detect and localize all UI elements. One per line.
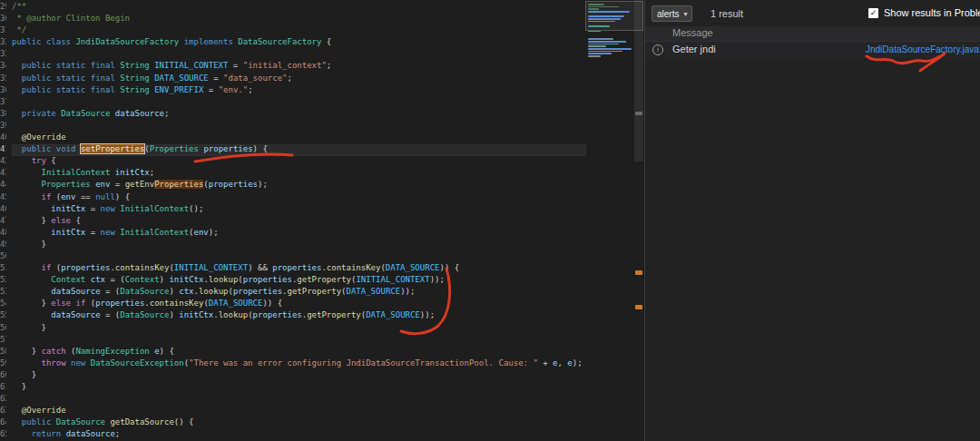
code-line[interactable]: dataSource = (DataSource) ctx.lookup(pro… [12, 287, 586, 299]
code-line[interactable]: Properties env = getEnvProperties(proper… [12, 180, 586, 191]
code-content[interactable]: /** * @author Clinton Begin */public cla… [12, 2, 586, 441]
line-number[interactable]: 47 [0, 216, 6, 228]
code-line[interactable]: /** [12, 2, 586, 14]
code-line[interactable] [12, 335, 586, 347]
code-line[interactable]: initCtx = new InitialContext(); [12, 204, 586, 216]
line-number[interactable]: 30 [0, 14, 6, 25]
code-line[interactable]: } [12, 382, 586, 394]
code-line[interactable]: Context ctx = (Context) initCtx.lookup(p… [12, 275, 586, 287]
results-toolbar: alerts ▾ 1 result ✓ Show results in Prob… [645, 0, 980, 26]
line-number[interactable]: 44 [0, 180, 6, 191]
info-icon: i [652, 44, 663, 55]
code-line[interactable]: public DataSource getDataSource() { [12, 417, 586, 429]
line-number[interactable]: 37 [0, 97, 6, 109]
line-number[interactable]: 31 [0, 25, 6, 37]
line-number[interactable]: 45 [0, 192, 6, 204]
checkbox-icon[interactable]: ✓ [868, 8, 878, 18]
alerts-filter-label: alerts [657, 9, 679, 19]
line-number[interactable]: 33 [0, 49, 6, 61]
line-number[interactable]: 61 [0, 382, 6, 394]
line-number[interactable]: 64 [0, 417, 6, 429]
code-line[interactable]: } catch (NamingException e) { [12, 347, 586, 358]
line-number[interactable]: 62 [0, 394, 6, 406]
line-number[interactable]: 36 [0, 85, 6, 97]
line-number[interactable]: 46 [0, 204, 6, 216]
code-line[interactable]: } else if (properties.containsKey(DATA_S… [12, 299, 586, 310]
code-line[interactable] [12, 251, 586, 263]
line-number[interactable]: 65 [0, 429, 6, 441]
code-line[interactable] [12, 97, 586, 109]
code-line[interactable]: @Override [12, 406, 586, 417]
line-number[interactable]: 60 [0, 370, 6, 382]
overview-ruler-match-mark [635, 305, 642, 309]
line-number[interactable]: 55 [0, 310, 6, 322]
code-line[interactable]: return dataSource; [12, 429, 586, 441]
line-number[interactable]: 49 [0, 240, 6, 251]
overview-ruler-mark [635, 112, 642, 115]
code-line[interactable]: } [12, 240, 586, 251]
code-line[interactable] [12, 121, 586, 132]
line-number[interactable]: 43 [0, 168, 6, 180]
code-line[interactable]: public static final String INITIAL_CONTE… [12, 61, 586, 73]
code-line[interactable] [12, 394, 586, 406]
code-line[interactable]: InitialContext initCtx; [12, 168, 586, 180]
code-line[interactable]: public void setProperties(Properties pro… [12, 144, 586, 156]
line-number[interactable]: 39 [0, 121, 6, 132]
minimap[interactable] [588, 4, 639, 58]
alerts-filter-dropdown[interactable]: alerts ▾ [652, 5, 692, 22]
code-line[interactable]: } [12, 370, 586, 382]
line-number-gutter: 2930313233343536373839404142434445464748… [0, 2, 6, 441]
overview-ruler-match-mark [635, 270, 642, 275]
line-number[interactable]: 63 [0, 406, 6, 417]
line-number[interactable]: 59 [0, 358, 6, 370]
minimap-block [588, 4, 639, 32]
code-line[interactable]: if (env == null) { [12, 192, 586, 204]
chevron-down-icon: ▾ [683, 10, 687, 18]
code-line[interactable]: */ [12, 25, 586, 37]
code-line[interactable]: * @author Clinton Begin [12, 14, 586, 25]
code-line[interactable]: throw new DataSourceException("There was… [12, 358, 586, 370]
line-number[interactable]: 52 [0, 275, 6, 287]
result-message: Geter jndi [672, 44, 716, 54]
code-line[interactable]: dataSource = (DataSource) initCtx.lookup… [12, 310, 586, 322]
code-line[interactable]: } else { [12, 216, 586, 228]
result-row[interactable]: i Geter jndi JndiDataSourceFactory.java:… [645, 42, 980, 58]
minimap-block [588, 38, 639, 56]
line-number[interactable]: 53 [0, 287, 6, 299]
line-number[interactable]: 34 [0, 61, 6, 73]
editor-scrollbar[interactable] [634, 0, 643, 162]
result-location-link[interactable]: JndiDataSourceFactory.java:41:1 [866, 44, 980, 54]
line-number[interactable]: 54 [0, 299, 6, 310]
results-panel: alerts ▾ 1 result ✓ Show results in Prob… [644, 0, 980, 441]
line-number[interactable]: 48 [0, 228, 6, 240]
line-number[interactable]: 40 [0, 132, 6, 144]
code-line[interactable]: private DataSource dataSource; [12, 109, 586, 121]
line-number[interactable]: 35 [0, 74, 6, 85]
line-number[interactable]: 51 [0, 263, 6, 275]
code-line[interactable]: initCtx = new InitialContext(env); [12, 228, 586, 240]
line-number[interactable]: 32 [0, 37, 6, 49]
line-number[interactable]: 42 [0, 156, 6, 168]
line-number[interactable]: 29 [0, 2, 6, 14]
line-number[interactable]: 38 [0, 109, 6, 121]
code-line[interactable]: } [12, 323, 586, 335]
code-line[interactable]: @Override [12, 132, 586, 144]
code-line[interactable]: if (properties.containsKey(INITIAL_CONTE… [12, 263, 586, 275]
column-header-label: Message [672, 27, 713, 38]
code-line[interactable]: public static final String DATA_SOURCE =… [12, 74, 586, 85]
line-number[interactable]: 58 [0, 347, 6, 358]
show-in-problems-toggle[interactable]: ✓ Show results in Problems view [868, 7, 980, 18]
code-editor[interactable]: 2930313233343536373839404142434445464748… [0, 0, 644, 441]
code-line[interactable]: public static final String ENV_PREFIX = … [12, 85, 586, 97]
line-number[interactable]: 50 [0, 251, 6, 263]
show-in-problems-label: Show results in Problems view [884, 7, 980, 18]
line-number[interactable]: 57 [0, 335, 6, 347]
result-count: 1 result [710, 8, 743, 19]
code-line[interactable]: try { [12, 156, 586, 168]
line-number[interactable]: 56 [0, 323, 6, 335]
code-line[interactable]: public class JndiDataSourceFactory imple… [12, 37, 586, 49]
app-window: 2930313233343536373839404142434445464748… [0, 0, 980, 441]
message-column-header: Message [645, 26, 980, 42]
line-number[interactable]: 41 [0, 144, 6, 156]
code-line[interactable] [12, 49, 586, 61]
